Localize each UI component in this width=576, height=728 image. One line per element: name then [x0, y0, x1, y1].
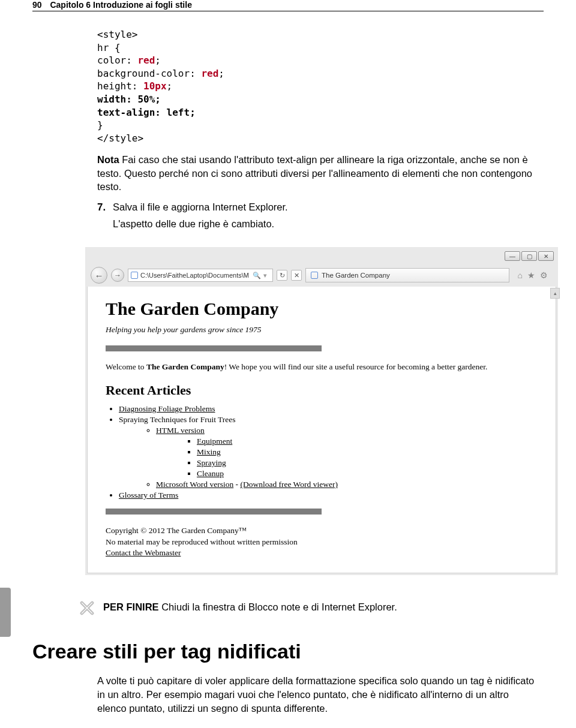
ie-page-icon: [131, 272, 138, 279]
list-item: Cleanup: [197, 469, 538, 479]
welcome-text: Welcome to The Garden Company! We hope y…: [106, 362, 538, 372]
styled-hr: [106, 345, 322, 351]
list-item: Glossary of Terms: [119, 491, 538, 500]
step-7: 7. Salva il file e aggiorna Internet Exp…: [97, 201, 540, 213]
favorites-icon[interactable]: ★: [527, 270, 535, 280]
styled-hr: [106, 509, 322, 515]
page-tagline: Helping you help your gardens grow since…: [106, 325, 538, 335]
scrollbar-up-icon[interactable]: ▴: [550, 288, 560, 299]
cleanup-x-icon: [79, 600, 95, 616]
page-number: 90: [32, 0, 42, 10]
tools-icon[interactable]: ⚙: [540, 270, 548, 280]
step-result: L'aspetto delle due righe è cambiato.: [113, 217, 540, 230]
tab-title: The Garden Company: [322, 272, 390, 279]
browser-tab[interactable]: The Garden Company: [305, 268, 509, 282]
address-dropdown-icon: ▾: [263, 272, 267, 279]
section-paragraph: A volte ti può capitare di voler applica…: [97, 674, 540, 715]
step-text: Salva il file e aggiorna Internet Explor…: [113, 201, 288, 213]
page-content: The Garden Company Helping you help your…: [87, 287, 556, 573]
minimize-icon[interactable]: —: [505, 251, 520, 261]
link-diagnosing[interactable]: Diagnosing Foliage Problems: [119, 404, 215, 413]
ie-tab-icon: [311, 272, 318, 279]
home-icon[interactable]: ⌂: [518, 270, 523, 280]
running-header: 90 Capitolo 6 Introduzione ai fogli stil…: [32, 0, 544, 11]
link-glossary[interactable]: Glossary of Terms: [119, 491, 178, 500]
maximize-icon[interactable]: ▢: [521, 251, 537, 261]
address-bar[interactable]: C:\Users\FaitheLaptop\Documents\M 🔍 ▾: [128, 269, 273, 282]
nota-paragraph: Nota Fai caso che stai usando l'attribut…: [97, 153, 540, 193]
browser-window: — ▢ ✕ ← → C:\Users\FaitheLaptop\Document…: [85, 247, 558, 575]
link-word-version[interactable]: Microsoft Word version: [156, 480, 233, 489]
link-cleanup[interactable]: Cleanup: [197, 469, 224, 478]
back-button[interactable]: ←: [91, 267, 107, 284]
per-finire-callout: PER FINIRE Chiudi la finestra di Blocco …: [79, 600, 544, 616]
list-item: HTML version Equipment Mixing Spraying C…: [156, 426, 538, 479]
nota-lead: Nota: [97, 154, 119, 165]
link-contact-webmaster[interactable]: Contact the Webmaster: [106, 548, 181, 557]
link-spraying[interactable]: Spraying: [197, 458, 226, 467]
list-item: Equipment: [197, 437, 538, 446]
link-html-version[interactable]: HTML version: [156, 426, 205, 435]
refresh-button[interactable]: ↻: [277, 270, 287, 281]
code-block: <style> hr { color: red; background-colo…: [97, 28, 540, 145]
list-item: Spraying Techniques for Fruit Trees HTML…: [119, 415, 538, 489]
list-item: Microsoft Word version - (Download free …: [156, 480, 538, 489]
link-word-viewer[interactable]: (Download free Word viewer): [240, 480, 337, 489]
browser-toolbar: ← → C:\Users\FaitheLaptop\Documents\M 🔍 …: [87, 264, 556, 287]
articles-list: Diagnosing Foliage Problems Spraying Tec…: [119, 404, 538, 500]
address-text: C:\Users\FaitheLaptop\Documents\M: [140, 272, 249, 279]
link-mixing[interactable]: Mixing: [197, 447, 221, 456]
search-icon: 🔍: [253, 272, 261, 279]
forward-button[interactable]: →: [111, 269, 124, 282]
browser-right-icons: ⌂ ★ ⚙: [513, 270, 553, 280]
side-tab: [0, 588, 11, 637]
step-number: 7.: [97, 201, 113, 213]
per-finire-text: PER FINIRE Chiudi la finestra di Blocco …: [103, 600, 397, 613]
page-title: The Garden Company: [106, 299, 538, 319]
recent-articles-heading: Recent Articles: [106, 383, 538, 398]
list-item: Diagnosing Foliage Problems: [119, 404, 538, 414]
stop-button[interactable]: ✕: [291, 270, 302, 281]
list-item: Spraying: [197, 458, 538, 468]
close-icon[interactable]: ✕: [538, 251, 554, 261]
list-item: Mixing: [197, 447, 538, 457]
copyright: Copyright © 2012 The Garden Company™: [106, 525, 538, 536]
section-heading: Creare stili per tag nidificati: [32, 640, 544, 663]
window-titlebar: — ▢ ✕: [87, 249, 556, 264]
link-equipment[interactable]: Equipment: [197, 437, 232, 446]
chapter-title: Capitolo 6 Introduzione ai fogli stile: [50, 0, 191, 10]
page-footer: Copyright © 2012 The Garden Company™ No …: [106, 525, 538, 558]
permission-text: No material may be reproduced without wr…: [106, 537, 538, 547]
